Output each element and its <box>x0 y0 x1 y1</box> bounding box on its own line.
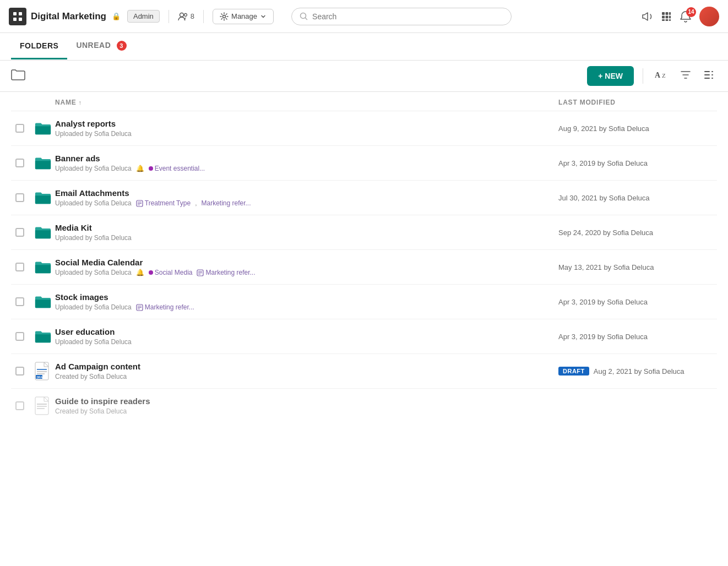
new-button[interactable]: + NEW <box>587 66 634 86</box>
item-name: Email Attachments <box>55 188 558 198</box>
item-name: Banner ads <box>55 154 558 163</box>
svg-text:Z: Z <box>662 72 666 79</box>
row-checkbox[interactable] <box>15 297 31 306</box>
row-checkbox[interactable] <box>15 124 31 133</box>
item-icon <box>31 155 55 171</box>
nav-divider2 <box>203 10 204 23</box>
row-checkbox[interactable] <box>15 263 31 271</box>
item-modified: Aug 9, 2021 by Sofia Deluca <box>558 124 713 133</box>
tag-dot <box>149 270 153 275</box>
item-name: Ad Campaign content <box>55 362 558 371</box>
item-icon <box>31 225 55 240</box>
item-info: Analyst reports Uploaded by Sofia Deluca <box>55 119 558 138</box>
nav-divider <box>169 10 169 23</box>
user-avatar[interactable] <box>699 7 719 26</box>
members-button[interactable]: 8 <box>178 12 194 21</box>
checkbox[interactable] <box>15 159 24 167</box>
row-checkbox[interactable] <box>15 159 31 167</box>
manage-button[interactable]: Manage <box>213 9 274 24</box>
item-tag-list[interactable]: Marketing refer... <box>197 269 255 276</box>
filter-button[interactable] <box>677 67 694 86</box>
list-item[interactable]: Media Kit Uploaded by Sofia Deluca Sep 2… <box>11 215 717 250</box>
svg-text:A: A <box>655 71 661 79</box>
view-toggle-button[interactable] <box>700 67 717 86</box>
item-name: Analyst reports <box>55 119 558 128</box>
checkbox[interactable] <box>15 263 24 271</box>
svg-rect-21 <box>704 78 710 79</box>
list-item[interactable]: Analyst reports Uploaded by Sofia Deluca… <box>11 111 717 146</box>
checkbox[interactable] <box>15 193 24 202</box>
item-name: Social Media Calendar <box>55 258 558 267</box>
list-header: NAME ↑ LAST MODIFIED <box>11 92 717 111</box>
row-checkbox[interactable] <box>15 401 31 410</box>
item-modified: Apr 3, 2019 by Sofia Deluca <box>558 298 713 306</box>
item-tag[interactable]: Event essential... <box>149 165 205 172</box>
item-tag-list[interactable]: Treatment Type <box>136 199 191 207</box>
list-item[interactable]: Email Attachments Uploaded by Sofia Delu… <box>11 181 717 215</box>
checkbox[interactable] <box>15 332 24 341</box>
row-checkbox[interactable] <box>15 228 31 237</box>
checkbox[interactable] <box>15 228 24 237</box>
draft-badge: DRAFT <box>558 367 589 375</box>
search-input[interactable] <box>312 12 444 21</box>
list-item[interactable]: DRAFT Ad Campaign content Created by Sof… <box>11 354 717 389</box>
row-checkbox[interactable] <box>15 367 31 375</box>
svg-rect-2 <box>13 18 17 21</box>
svg-rect-0 <box>13 12 17 15</box>
name-column-header: NAME ↑ <box>55 99 558 106</box>
item-info: Banner ads Uploaded by Sofia Deluca 🔔 Ev… <box>55 154 558 172</box>
item-icon <box>31 121 55 136</box>
admin-badge[interactable]: Admin <box>127 10 160 23</box>
item-meta: Created by Sofia Deluca <box>55 373 558 380</box>
item-tag-list2[interactable]: Marketing refer... <box>201 199 251 207</box>
item-tag-list[interactable]: Marketing refer... <box>136 303 194 311</box>
item-info: Stock images Uploaded by Sofia Deluca Ma… <box>55 292 558 311</box>
sort-button[interactable]: A Z <box>652 67 671 86</box>
svg-rect-13 <box>669 15 671 18</box>
toolbar-divider <box>643 68 643 84</box>
item-modified: May 13, 2021 by Sofia Deluca <box>558 263 713 271</box>
modified-column-header: LAST MODIFIED <box>558 99 713 106</box>
item-info: Media Kit Uploaded by Sofia Deluca <box>55 223 558 242</box>
item-icon <box>31 294 55 309</box>
item-name: Stock images <box>55 292 558 302</box>
chevron-down-icon <box>260 13 267 20</box>
notifications-button[interactable]: 14 <box>680 10 692 23</box>
megaphone-icon <box>641 10 653 23</box>
grid-icon <box>661 11 672 22</box>
checkbox[interactable] <box>15 367 24 375</box>
list-item[interactable]: Social Media Calendar Uploaded by Sofia … <box>11 250 717 285</box>
item-tag-dot[interactable]: Social Media <box>149 269 193 276</box>
tab-unread[interactable]: UNREAD 3 <box>67 33 135 60</box>
filter-icon <box>680 69 692 81</box>
svg-rect-14 <box>662 19 665 21</box>
item-meta: Uploaded by Sofia Deluca 🔔 Social Media … <box>55 269 558 276</box>
svg-point-4 <box>180 13 183 17</box>
svg-rect-15 <box>666 19 669 21</box>
svg-rect-10 <box>669 12 671 15</box>
checkbox[interactable] <box>15 401 24 410</box>
item-name: Guide to inspire readers <box>55 396 558 406</box>
list-item[interactable]: Guide to inspire readers Created by Sofi… <box>11 389 717 423</box>
checkbox[interactable] <box>15 124 24 133</box>
item-name: Media Kit <box>55 223 558 232</box>
checkbox[interactable] <box>15 297 24 306</box>
list-item[interactable]: Stock images Uploaded by Sofia Deluca Ma… <box>11 285 717 319</box>
svg-rect-19 <box>704 71 710 72</box>
grid-menu-button[interactable] <box>661 11 672 22</box>
tag-dot <box>149 166 153 171</box>
nav-right: 14 <box>641 7 719 26</box>
megaphone-button[interactable] <box>641 10 653 23</box>
folder-nav-icon[interactable] <box>11 69 25 84</box>
list-item[interactable]: User education Uploaded by Sofia Deluca … <box>11 319 717 354</box>
item-modified: Jul 30, 2021 by Sofia Deluca <box>558 194 713 202</box>
item-icon <box>31 396 55 415</box>
brand-logo-icon <box>9 8 26 25</box>
row-checkbox[interactable] <box>15 332 31 341</box>
search-icon <box>300 12 308 20</box>
top-nav: Digital Marketing 🔒 Admin 8 Manage <box>0 0 728 33</box>
folder-icon <box>34 155 52 171</box>
list-item[interactable]: Banner ads Uploaded by Sofia Deluca 🔔 Ev… <box>11 146 717 181</box>
row-checkbox[interactable] <box>15 193 31 202</box>
tab-folders[interactable]: FOLDERS <box>11 34 67 59</box>
